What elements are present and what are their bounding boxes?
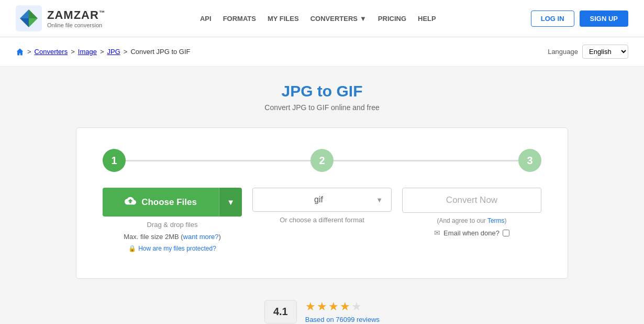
format-select-button[interactable]: gif ▼ — [252, 188, 392, 212]
logo-icon — [16, 5, 42, 31]
drag-drop-text: Drag & drop files — [147, 221, 198, 229]
nav-formats[interactable]: FORMATS — [223, 15, 256, 23]
logo-text: ZAMZAR™ Online file conversion — [47, 8, 105, 28]
email-icon: ✉ — [434, 229, 440, 237]
home-link[interactable] — [16, 47, 24, 56]
logo-tagline: Online file conversion — [47, 22, 105, 28]
file-size-text: Max. file size 2MB (want more?) — [124, 233, 221, 241]
upload-icon — [125, 195, 136, 209]
star-2: ★ — [317, 300, 327, 314]
step-2: 2 — [310, 149, 334, 172]
step-connector-2 — [334, 160, 518, 161]
star-4: ★ — [340, 300, 350, 314]
signup-button[interactable]: SIGN UP — [580, 10, 628, 27]
auth-buttons: LOG IN SIGN UP — [531, 10, 628, 27]
breadcrumb-row: > Converters > Image > JPG > Convert JPG… — [0, 37, 644, 67]
terms-text: (And agree to our Terms) — [437, 217, 506, 224]
rating-section: 4.1 ★ ★ ★ ★ ★ Based on 76099 reviews — [264, 300, 380, 323]
language-area: Language English Español Français Deutsc… — [548, 45, 628, 59]
step-1: 1 — [103, 149, 126, 172]
login-button[interactable]: LOG IN — [531, 10, 574, 27]
logo-name: ZAMZAR™ — [47, 8, 105, 22]
convert-column: Convert Now (And agree to our Terms) ✉ E… — [402, 188, 541, 237]
nav-myfiles[interactable]: MY FILES — [268, 15, 299, 23]
nav-converters[interactable]: CONVERTERS ▼ — [310, 15, 367, 23]
terms-link[interactable]: Terms — [487, 217, 505, 224]
upload-icon-svg — [125, 195, 136, 207]
language-label: Language — [548, 48, 578, 56]
format-label: gif — [261, 195, 376, 204]
chevron-down-icon: ▼ — [360, 15, 367, 23]
choose-files-column: Choose Files ▼ Drag & drop files Max. fi… — [103, 188, 242, 252]
star-1: ★ — [305, 300, 316, 314]
breadcrumb: > Converters > Image > JPG > Convert JPG… — [16, 47, 191, 56]
choose-files-dropdown-button[interactable]: ▼ — [219, 188, 242, 217]
nav-api[interactable]: API — [200, 15, 212, 23]
email-row: ✉ Email when done? — [434, 229, 509, 237]
format-arrow-icon: ▼ — [376, 196, 383, 204]
page-subtitle: Convert JPG to GIF online and free — [264, 103, 379, 112]
lock-icon: 🔒 — [128, 245, 136, 252]
step-3: 3 — [518, 149, 541, 172]
step-connector-1 — [126, 160, 310, 161]
home-icon — [16, 48, 24, 56]
main-nav: API FORMATS MY FILES CONVERTERS ▼ PRICIN… — [200, 15, 436, 23]
format-hint: Or choose a different format — [280, 216, 364, 224]
star-3: ★ — [328, 300, 339, 314]
breadcrumb-current: Convert JPG to GIF — [130, 48, 190, 56]
choose-files-button[interactable]: Choose Files — [103, 188, 219, 217]
nav-pricing[interactable]: PRICING — [378, 15, 406, 23]
breadcrumb-sep-3: > — [100, 48, 104, 56]
breadcrumb-sep-4: > — [124, 48, 128, 56]
breadcrumb-jpg[interactable]: JPG — [107, 48, 120, 56]
breadcrumb-image[interactable]: Image — [78, 48, 97, 56]
email-label: Email when done? — [443, 229, 499, 237]
nav-help[interactable]: HELP — [418, 15, 436, 23]
main-content: JPG to GIF Convert JPG to GIF online and… — [0, 67, 644, 324]
choose-files-label: Choose Files — [141, 197, 197, 208]
protection-link[interactable]: 🔒 How are my files protected? — [128, 245, 216, 252]
logo[interactable]: ZAMZAR™ Online file conversion — [16, 5, 105, 31]
rating-score: 4.1 — [264, 300, 297, 323]
steps-row: 1 2 3 — [103, 149, 541, 172]
stars: ★ ★ ★ ★ ★ — [305, 300, 380, 314]
star-5: ★ — [351, 300, 362, 314]
breadcrumb-sep-1: > — [27, 48, 31, 56]
actions-row: Choose Files ▼ Drag & drop files Max. fi… — [103, 188, 541, 252]
choose-files-group: Choose Files ▼ — [103, 188, 242, 217]
breadcrumb-converters[interactable]: Converters — [35, 48, 68, 56]
rating-reviews: Based on 76099 reviews — [305, 316, 380, 323]
rating-right: ★ ★ ★ ★ ★ Based on 76099 reviews — [305, 300, 380, 323]
want-more-link[interactable]: want more? — [183, 233, 219, 241]
conversion-box: 1 2 3 — [76, 127, 568, 279]
page-title: JPG to GIF — [281, 82, 362, 100]
breadcrumb-sep-2: > — [71, 48, 75, 56]
email-checkbox[interactable] — [503, 230, 509, 236]
chevron-down-icon: ▼ — [227, 198, 235, 207]
language-select[interactable]: English Español Français Deutsch Italian… — [582, 45, 628, 59]
header: ZAMZAR™ Online file conversion API FORMA… — [0, 0, 644, 37]
convert-now-button[interactable]: Convert Now — [402, 188, 541, 213]
format-column: gif ▼ Or choose a different format — [252, 188, 392, 224]
